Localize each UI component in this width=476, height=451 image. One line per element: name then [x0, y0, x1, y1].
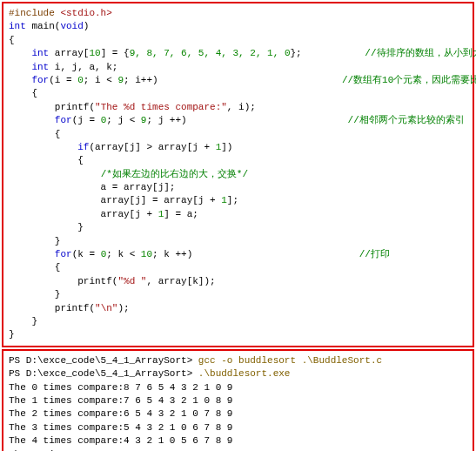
number: 1 — [221, 195, 227, 205]
code-text: array[j + — [9, 209, 158, 219]
func-call: printf — [55, 303, 90, 313]
term-cmd: .\buddlesort.exe — [198, 368, 291, 379]
comment: //相邻两个元素比较的索引 — [348, 115, 465, 125]
brace-line: { — [9, 34, 467, 47]
code-text: main( — [26, 21, 61, 31]
indent — [9, 62, 31, 72]
string: "The %d times compare:" — [95, 102, 227, 112]
code-line: int main(void) — [9, 20, 467, 33]
func-call: printf — [55, 102, 90, 112]
code-text: (k = — [72, 249, 101, 259]
code-line: for(k = 0; k < 10; k ++) //打印 — [9, 248, 467, 261]
pad — [158, 75, 342, 85]
code-text: (j = — [72, 115, 101, 125]
string: "%d " — [117, 276, 146, 286]
code-line: printf("\n"); — [9, 302, 467, 315]
code-line: /*如果左边的比右边的大，交换*/ — [9, 168, 467, 181]
number: 10 — [89, 48, 100, 58]
func-call: printf — [77, 276, 112, 286]
code-line: printf("The %d times compare:", i); — [9, 101, 467, 114]
code-line: array[j] = array[j + 1]; — [9, 194, 467, 207]
code-line: if(array[j] > array[j + 1]) — [9, 141, 467, 154]
indent — [9, 75, 31, 85]
code-panel: #include <stdio.h> int main(void) { int … — [2, 2, 474, 347]
comment: //数组有10个元素，因此需要比较9次 — [342, 75, 476, 85]
code-text: ); — [117, 303, 129, 313]
term-output: The 2 times compare:6 5 4 3 2 1 0 7 8 9 — [9, 407, 467, 421]
code-text: ; i < — [84, 75, 118, 85]
code-text: array[j] = array[j + — [9, 195, 221, 205]
keyword: for — [55, 115, 72, 125]
brace-line: } — [9, 328, 467, 341]
code-line: int i, j, a, k; — [9, 61, 467, 74]
indent — [9, 249, 55, 259]
code-text: ]) — [221, 142, 232, 152]
code-line: printf("%d ", array[k]); — [9, 275, 467, 288]
code-text: ; j < — [106, 115, 141, 125]
code-text: ) — [84, 21, 90, 31]
brace-line: } — [9, 315, 467, 328]
keyword: for — [55, 249, 72, 259]
number: 0 — [77, 75, 84, 85]
number: 10 — [141, 249, 152, 259]
term-line: PS D:\exce_code\5_4_1_ArraySort> .\buddl… — [9, 367, 467, 380]
brace-line: } — [9, 235, 467, 248]
brace-line: { — [9, 128, 467, 141]
terminal-panel: PS D:\exce_code\5_4_1_ArraySort> gcc -o … — [2, 349, 474, 451]
code-text: ; i++) — [124, 75, 158, 85]
code-text: ] = a; — [164, 209, 198, 219]
indent — [9, 102, 55, 112]
keyword: int — [31, 48, 49, 58]
brace-line: { — [9, 154, 467, 167]
code-text: ]; — [227, 195, 238, 205]
indent — [9, 48, 31, 58]
code-line: array[j + 1] = a; — [9, 208, 467, 221]
code-text: (i = — [49, 75, 77, 85]
keyword: if — [77, 142, 89, 152]
term-output: The 1 times compare:7 6 5 4 3 2 1 0 8 9 — [9, 394, 467, 407]
comment: //待排序的数组，从小到大排列 — [365, 48, 476, 58]
comment: /*如果左边的比右边的大，交换*/ — [101, 169, 248, 179]
code-text: }; — [291, 48, 302, 58]
term-cmd: gcc -o buddlesort .\BuddleSort.c — [198, 355, 382, 366]
string: "\n" — [95, 303, 117, 313]
brace-line: { — [9, 261, 467, 274]
keyword: for — [31, 75, 49, 85]
term-output: The 5 times compare:3 2 1 0 4 5 6 7 8 9 — [9, 448, 467, 452]
term-output: The 0 times compare:8 7 6 5 4 3 2 1 0 9 — [9, 381, 467, 394]
code-text: ; k < — [106, 249, 141, 259]
code-line: #include <stdio.h> — [9, 7, 467, 20]
indent — [9, 276, 77, 286]
indent — [9, 303, 55, 313]
brace-line: } — [9, 221, 467, 234]
include-path: <stdio.h> — [55, 8, 112, 18]
code-text: ; k ++) — [152, 249, 192, 259]
keyword: void — [60, 21, 83, 31]
code-line: a = array[j]; — [9, 181, 467, 194]
pad — [302, 48, 365, 58]
code-line: int array[10] = {9, 8, 7, 6, 5, 4, 3, 2,… — [9, 47, 467, 60]
brace-line: { — [9, 87, 467, 100]
code-text: array[ — [49, 48, 89, 58]
number-list: 9, 8, 7, 6, 5, 4, 3, 2, 1, 0 — [130, 48, 291, 58]
indent — [9, 115, 55, 125]
term-output: The 4 times compare:4 3 2 1 0 5 6 7 8 9 — [9, 434, 467, 448]
code-text: i, j, a, k; — [49, 62, 117, 72]
comment: //打印 — [359, 249, 390, 259]
keyword: int — [9, 21, 26, 31]
pad — [187, 115, 348, 125]
code-text: , array[k]); — [146, 276, 215, 286]
pad — [192, 249, 359, 259]
term-prompt: PS D:\exce_code\5_4_1_ArraySort> — [9, 355, 198, 366]
term-output: The 3 times compare:5 4 3 2 1 0 6 7 8 9 — [9, 421, 467, 434]
code-line: for(i = 0; i < 9; i++) //数组有10个元素，因此需要比较… — [9, 74, 467, 87]
indent — [9, 169, 101, 179]
keyword: int — [31, 62, 49, 72]
code-text: , i); — [227, 102, 256, 112]
term-line: PS D:\exce_code\5_4_1_ArraySort> gcc -o … — [9, 354, 467, 367]
code-text: ] = { — [101, 48, 130, 58]
term-prompt: PS D:\exce_code\5_4_1_ArraySort> — [9, 368, 198, 379]
preproc-token: #include — [9, 8, 55, 18]
code-text: ; j ++) — [146, 115, 186, 125]
indent — [9, 142, 77, 152]
